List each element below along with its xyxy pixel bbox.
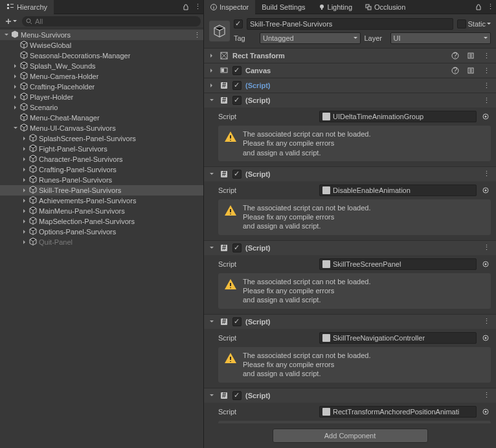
component-enabled-checkbox[interactable]: [232, 66, 242, 75]
tree-row[interactable]: Seasonal-Decorations-Manager: [0, 50, 203, 61]
tree-row[interactable]: Achievements-Panel-Survivors: [0, 196, 203, 206]
lock-icon[interactable]: [473, 1, 484, 13]
expand-arrow-icon[interactable]: [208, 52, 216, 60]
expand-arrow-icon[interactable]: [208, 67, 216, 74]
tree-row[interactable]: Menu-UI-Canvas-Survivors: [0, 123, 203, 133]
layer-dropdown[interactable]: UI: [390, 32, 491, 44]
expand-arrow-icon[interactable]: [3, 31, 10, 39]
more-icon[interactable]: ⋮: [480, 50, 492, 62]
more-icon[interactable]: ⋮: [480, 80, 492, 91]
component-enabled-checkbox[interactable]: [232, 243, 242, 252]
tab-lighting[interactable]: Lighting: [312, 0, 359, 14]
expand-arrow-icon[interactable]: [208, 82, 216, 89]
help-icon[interactable]: ?: [449, 50, 461, 62]
static-checkbox[interactable]: [457, 19, 466, 28]
script-object-field[interactable]: DisableEnableAnimation: [319, 185, 477, 196]
tree-row[interactable]: Player-Holder: [0, 92, 203, 102]
expand-arrow-icon[interactable]: [208, 392, 216, 399]
script-object-field[interactable]: SkillTreeScreenPanel: [319, 258, 477, 270]
component-enabled-checkbox[interactable]: [232, 391, 242, 400]
more-icon[interactable]: ⋮: [194, 31, 201, 39]
expand-arrow-icon[interactable]: [21, 218, 28, 225]
expand-arrow-icon[interactable]: [21, 186, 28, 194]
more-icon[interactable]: ⋮: [480, 95, 492, 106]
tree-row[interactable]: Crafting-Panel-Survivors: [0, 164, 203, 175]
expand-arrow-icon[interactable]: [12, 124, 19, 132]
tab-build-settings[interactable]: Build Settings: [255, 0, 311, 14]
component-header[interactable]: # (Script) ⋮: [204, 241, 496, 255]
tab-occlusion[interactable]: Occlusion: [359, 0, 412, 14]
object-picker-icon[interactable]: [480, 333, 491, 343]
component-enabled-checkbox[interactable]: [232, 96, 242, 105]
expand-arrow-icon[interactable]: [21, 238, 28, 246]
tree-row[interactable]: Scenario: [0, 102, 203, 113]
hierarchy-search[interactable]: [22, 16, 201, 27]
expand-arrow-icon[interactable]: [12, 93, 19, 101]
gameobject-icon[interactable]: [209, 21, 230, 41]
tree-row[interactable]: Menu-Camera-Holder: [0, 71, 203, 82]
tree-row[interactable]: Quit-Panel: [0, 237, 203, 247]
component-header[interactable]: # (Script) ⋮: [204, 78, 496, 93]
expand-arrow-icon[interactable]: [21, 228, 28, 236]
tree-row[interactable]: Splash_Ww_Sounds: [0, 61, 203, 71]
expand-arrow-icon[interactable]: [12, 83, 19, 91]
inspector-body[interactable]: Rect Transform ?⋮ Canvas ?⋮ # (Script) ⋮…: [204, 49, 496, 423]
expand-arrow-icon[interactable]: [21, 155, 28, 163]
more-icon[interactable]: ⋮: [480, 168, 492, 180]
lock-icon[interactable]: [180, 1, 192, 13]
component-enabled-checkbox[interactable]: [232, 81, 242, 90]
expand-arrow-icon[interactable]: [12, 104, 19, 111]
more-icon[interactable]: ⋮: [480, 65, 492, 76]
static-toggle[interactable]: Static: [457, 19, 491, 28]
tree-row[interactable]: Runes-Panel-Survivors: [0, 175, 203, 185]
create-button[interactable]: [3, 18, 19, 25]
object-picker-icon[interactable]: [480, 259, 491, 269]
expand-arrow-icon[interactable]: [208, 318, 216, 326]
expand-arrow-icon[interactable]: [21, 135, 28, 142]
tree-row[interactable]: WwiseGlobal: [0, 40, 203, 50]
search-input[interactable]: [35, 17, 197, 25]
expand-arrow-icon[interactable]: [208, 170, 216, 178]
script-object-field[interactable]: UIDeltaTimeAnimationGroup: [319, 111, 477, 122]
expand-arrow-icon[interactable]: [21, 145, 28, 153]
script-object-field[interactable]: SkillTreeNavigationController: [319, 332, 477, 344]
expand-arrow-icon[interactable]: [12, 62, 19, 70]
preset-icon[interactable]: [465, 50, 477, 62]
tree-row-root[interactable]: Menu-Survivors ⋮: [0, 30, 203, 40]
component-header[interactable]: # (Script) ⋮: [204, 315, 496, 329]
tree-row[interactable]: Options-Panel-Survivors: [0, 227, 203, 237]
add-component-button[interactable]: Add Component: [273, 429, 428, 443]
tab-inspector[interactable]: Inspector: [204, 0, 255, 14]
more-icon[interactable]: ⋮: [480, 390, 492, 401]
gameobject-enabled-checkbox[interactable]: [234, 19, 243, 28]
tree-row[interactable]: MapSelection-Panel-Survivors: [0, 216, 203, 227]
tag-dropdown[interactable]: Untagged: [260, 32, 361, 44]
expand-arrow-icon[interactable]: [208, 244, 216, 252]
component-enabled-checkbox[interactable]: [232, 317, 242, 326]
component-header[interactable]: # (Script) ⋮: [204, 93, 496, 107]
script-object-field[interactable]: RectTransformAnchoredPositionAnimati: [319, 406, 477, 418]
more-icon[interactable]: ⋮: [192, 1, 203, 13]
tree-row[interactable]: Character-Panel-Survivors: [0, 154, 203, 164]
component-enabled-checkbox[interactable]: [232, 170, 242, 179]
expand-arrow-icon[interactable]: [21, 207, 28, 215]
more-icon[interactable]: ⋮: [480, 316, 492, 328]
component-header[interactable]: # (Script) ⋮: [204, 167, 496, 181]
component-header[interactable]: Rect Transform ?⋮: [204, 49, 496, 63]
help-icon[interactable]: ?: [449, 65, 461, 76]
expand-arrow-icon[interactable]: [21, 166, 28, 174]
tree-row[interactable]: MainMenu-Panel-Survivors: [0, 206, 203, 216]
preset-icon[interactable]: [465, 65, 477, 76]
more-icon[interactable]: ⋮: [484, 1, 496, 13]
tab-hierarchy[interactable]: Hierarchy: [0, 0, 54, 14]
tree-row[interactable]: SplashScreen-Panel-Survivors: [0, 133, 203, 144]
object-picker-icon[interactable]: [480, 111, 491, 122]
tree-row[interactable]: Crafting-Placeholder: [0, 82, 203, 92]
gameobject-name-input[interactable]: [247, 18, 453, 30]
hierarchy-tree[interactable]: Menu-Survivors ⋮ WwiseGlobal Seasonal-De…: [0, 28, 203, 448]
expand-arrow-icon[interactable]: [21, 176, 28, 184]
tree-row[interactable]: Fight-Panel-Survivors: [0, 144, 203, 154]
tree-row[interactable]: Menu-Cheat-Manager: [0, 113, 203, 123]
object-picker-icon[interactable]: [480, 185, 491, 196]
expand-arrow-icon[interactable]: [208, 96, 216, 104]
